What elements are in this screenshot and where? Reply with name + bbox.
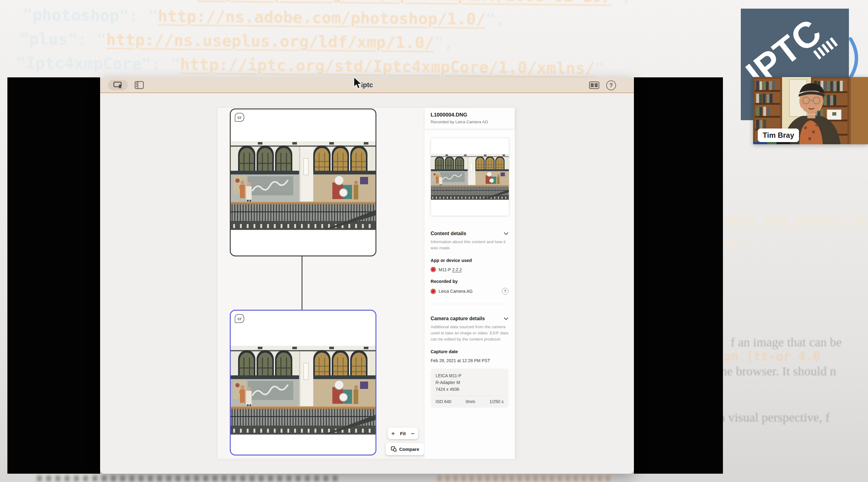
content-credentials-icon[interactable]: cr — [235, 113, 244, 122]
gallery-photo — [431, 154, 509, 200]
provenance-connector-line — [302, 256, 303, 310]
zoom-out-button[interactable]: − — [411, 430, 414, 437]
background-text-fragment: a visual perspective, f — [719, 410, 830, 425]
code-url: http://iptc.org/std/Iptc4xmpCore/1.0/xml… — [180, 55, 595, 78]
lens: R-Adapter M — [436, 379, 504, 386]
presenter-webcam: Tim Bray — [753, 77, 868, 144]
background-text-fragment: on (tt-or 4.0 — [724, 349, 820, 363]
details-panel: L1000004.DNG Recorded by Leica Camera AG… — [425, 108, 515, 459]
shutter-speed-value: 1/250 s — [490, 399, 504, 404]
recorded-by-value: Leica Camera AG — [439, 289, 499, 294]
code-key: "Iptc4xmpCore": " — [16, 54, 180, 74]
filename: L1000004.DNG — [431, 112, 508, 118]
zoom-controls: + Fit − — [388, 427, 418, 439]
asset-card-original[interactable]: cr — [230, 109, 376, 257]
mouse-cursor — [353, 77, 364, 89]
focal-length-value: 0mm — [466, 399, 475, 404]
bottom-smudge — [437, 476, 610, 481]
camera-capture-header[interactable]: Camera capture details — [431, 316, 508, 322]
image-dimensions: 7424 x 4936 — [436, 386, 504, 393]
recorded-by-label: Recorded by — [431, 279, 508, 284]
leica-logo-icon — [431, 289, 436, 294]
recorded-by-row: Leica Camera AG ? — [431, 288, 508, 295]
app-device-label: App or device used — [431, 258, 508, 263]
code-url: http://ns.useplus.org/ldf/xmp/1.0/ — [106, 30, 434, 52]
gallery-photo — [231, 346, 375, 434]
capture-date-value: Feb 28, 2021 at 12:28 PM PST — [431, 358, 508, 363]
section-title: Content details — [431, 231, 466, 236]
content-credentials-icon[interactable]: cr — [235, 314, 244, 323]
video-frame: "Iptc4xmpExt": "http://iptc.org/std/Iptc… — [0, 0, 868, 482]
window-title: iptc — [100, 81, 634, 89]
layout-view-button[interactable] — [589, 81, 599, 90]
asset-card-selected[interactable]: cr — [230, 310, 376, 455]
bottom-smudge — [37, 476, 339, 481]
code-key: "photoshop": " — [23, 5, 158, 25]
code-punct: ", — [486, 10, 505, 29]
presenter-name-tag: Tim Bray — [758, 128, 799, 142]
exif-exposure-row: ISO 640 0mm 1/250 s — [436, 396, 504, 408]
details-panel-header: L1000004.DNG Recorded by Leica Camera AG — [425, 108, 515, 128]
two-pane-icon — [589, 81, 599, 89]
app-device-value: M11-P 2.2.2 — [439, 267, 508, 272]
camera-model: LEICA M11-P — [436, 372, 504, 379]
code-punct: " — [594, 59, 604, 78]
background-text-fragment: he browser. It should n — [721, 364, 836, 379]
code-punct: ", — [434, 34, 454, 52]
code-key: "plus": " — [20, 30, 106, 49]
provenance-canvas: cr cr + Fit − Compare — [217, 108, 425, 459]
help-glyph: ? — [610, 82, 613, 89]
code-key: "Iptc4xmpExt": " — [43, 0, 197, 2]
recorded-by-subtitle: Recorded by Leica Camera AG — [431, 120, 508, 124]
iso-value: ISO 640 — [436, 399, 451, 404]
content-details-section: Content details Information about this c… — [425, 231, 515, 304]
compare-button[interactable]: Compare — [385, 443, 425, 455]
section-description: Information about this content and how i… — [431, 239, 508, 251]
background-text-fragment: on", — [722, 236, 754, 251]
background-text-fragment: f an image that can be — [731, 335, 842, 350]
section-title: Camera capture details — [431, 316, 485, 322]
leica-logo-icon — [431, 267, 436, 272]
recorded-by-help-icon[interactable]: ? — [502, 288, 508, 295]
capture-date-label: Capture date — [431, 349, 508, 354]
code-url: http://ns.adobe.com/photoshop/1.0/ — [158, 7, 486, 28]
help-button[interactable]: ? — [606, 81, 616, 90]
chevron-down-icon — [504, 317, 508, 320]
code-punct: ", — [612, 0, 631, 6]
gallery-photo — [231, 141, 375, 230]
zoom-fit-button[interactable]: Fit — [400, 431, 406, 436]
camera-capture-section: Camera capture details Additional data s… — [425, 316, 515, 363]
window-titlebar: iptc ? — [100, 77, 634, 93]
exif-summary-box: LEICA M11-P R-Adapter M 7424 x 4936 ISO … — [431, 369, 508, 408]
chevron-down-icon — [504, 232, 508, 235]
app-device-row: M11-P 2.2.2 — [431, 267, 508, 272]
app-name: M11-P — [439, 267, 451, 272]
letterbox-right — [634, 77, 723, 474]
section-description: Additional data sourced from the camera … — [431, 324, 508, 342]
selected-asset-thumbnail[interactable] — [431, 138, 509, 216]
letterbox-left — [7, 77, 100, 474]
zoom-in-button[interactable]: + — [391, 430, 395, 437]
content-details-header[interactable]: Content details — [431, 231, 508, 236]
background-code-overlay: "Iptc4xmpExt": "http://iptc.org/std/Iptc… — [0, 0, 868, 83]
background-text-fragment: wers_xmp_pretty.xm — [724, 212, 867, 228]
compare-label: Compare — [399, 447, 419, 452]
app-version-link[interactable]: 2.2.2 — [452, 267, 462, 272]
app-window: iptc ? cr cr + Fit — [100, 77, 634, 474]
compare-icon — [391, 446, 397, 452]
